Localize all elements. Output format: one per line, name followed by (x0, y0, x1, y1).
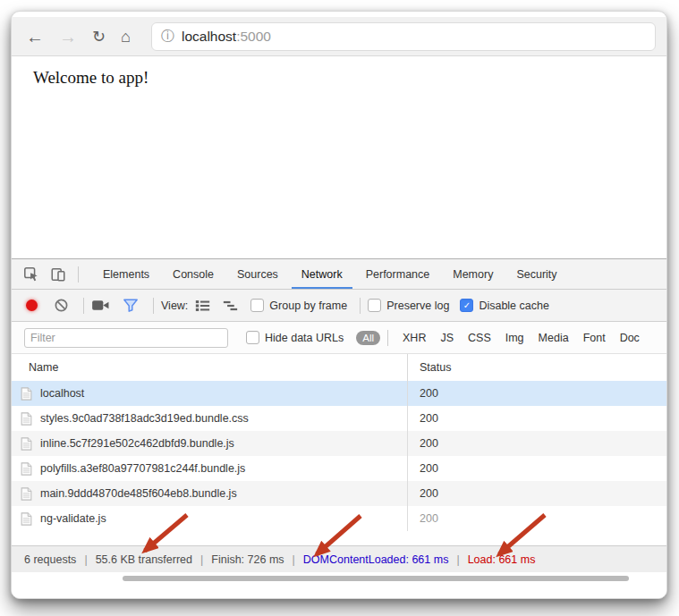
filter-type-img[interactable]: Img (505, 332, 524, 344)
table-row[interactable]: localhost200 (12, 381, 666, 406)
request-name-cell[interactable]: ng-validate.js (12, 506, 408, 531)
request-name: inline.5c7f291e502c462dbfd9.bundle.js (40, 437, 234, 450)
checkbox-unchecked-icon[interactable] (246, 331, 259, 344)
request-name-cell[interactable]: polyfills.a3ef80a97707981c244f.bundle.js (12, 456, 408, 481)
address-bar[interactable]: ⓘ localhost :5000 (151, 22, 656, 51)
address-host: localhost (182, 29, 236, 45)
hide-data-urls-checkbox[interactable]: Hide data URLs (246, 331, 344, 344)
resource-type-filters: XHRJSCSSImgMediaFontDoc (395, 332, 647, 344)
request-name: localhost (40, 387, 84, 400)
tab-performance[interactable]: Performance (354, 259, 442, 289)
device-toolbar-icon[interactable] (49, 266, 67, 283)
forward-icon[interactable]: → (59, 28, 77, 46)
separator: | (200, 553, 203, 566)
divider (78, 266, 79, 283)
table-row[interactable]: main.9ddd4870de485f604eb8.bundle.js200 (12, 481, 666, 506)
separator: | (293, 553, 295, 566)
welcome-text: Welcome to app! (33, 68, 666, 88)
request-name: styles.9c0ad738f18adc3d19ed.bundle.css (40, 412, 249, 425)
checkbox-unchecked-icon[interactable] (368, 299, 381, 312)
table-row[interactable]: inline.5c7f291e502c462dbfd9.bundle.js200 (12, 431, 666, 456)
request-name-cell[interactable]: main.9ddd4870de485f604eb8.bundle.js (12, 481, 408, 506)
request-status: 200 (408, 437, 438, 450)
tab-network[interactable]: Network (290, 259, 354, 289)
request-name-cell[interactable]: styles.9c0ad738f18adc3d19ed.bundle.css (12, 406, 408, 431)
filter-all-pill[interactable]: All (356, 331, 380, 345)
filter-type-xhr[interactable]: XHR (403, 332, 426, 344)
request-name: main.9ddd4870de485f604eb8.bundle.js (40, 487, 237, 500)
tab-console[interactable]: Console (161, 259, 225, 289)
statusbar-item: 55.6 KB transferred (96, 553, 192, 566)
request-status: 200 (408, 512, 438, 525)
statusbar-item: 6 requests (24, 553, 76, 566)
filter-type-css[interactable]: CSS (468, 332, 491, 344)
home-icon[interactable]: ⌂ (121, 29, 131, 45)
filter-type-doc[interactable]: Doc (620, 332, 640, 344)
preserve-log-checkbox[interactable]: Preserve log (368, 299, 449, 312)
statusbar-item: DOMContentLoaded: 661 ms (303, 553, 449, 566)
divider (153, 298, 154, 314)
separator: | (84, 553, 87, 566)
request-status: 200 (408, 487, 438, 500)
disable-cache-checkbox[interactable]: ✓ Disable cache (460, 299, 549, 312)
table-row[interactable]: polyfills.a3ef80a97707981c244f.bundle.js… (12, 456, 666, 481)
request-name: ng-validate.js (40, 512, 106, 525)
record-icon[interactable] (26, 300, 38, 311)
filter-funnel-icon[interactable] (123, 298, 139, 313)
filter-input[interactable] (24, 328, 228, 348)
divider (360, 298, 361, 314)
address-port: :5000 (236, 29, 271, 45)
document-icon (21, 462, 32, 476)
document-icon (21, 437, 32, 451)
tab-security[interactable]: Security (505, 259, 568, 289)
group-by-frame-checkbox[interactable]: Group by frame (250, 299, 347, 312)
tab-memory[interactable]: Memory (441, 259, 505, 289)
horizontal-scrollbar[interactable] (12, 575, 666, 582)
hide-data-urls-label: Hide data URLs (265, 332, 344, 344)
divider (83, 298, 84, 314)
filter-type-js[interactable]: JS (440, 332, 454, 344)
devtools-tabbar: ElementsConsoleSourcesNetworkPerformance… (12, 259, 666, 290)
table-row[interactable]: ng-validate.js200 (12, 506, 666, 531)
inspect-element-icon[interactable] (22, 266, 40, 283)
document-icon (21, 512, 32, 526)
request-name-cell[interactable]: localhost (12, 381, 408, 406)
document-icon (21, 487, 32, 501)
network-filter-row: Hide data URLs All XHRJSCSSImgMediaFontD… (12, 322, 666, 354)
tab-sources[interactable]: Sources (225, 259, 290, 289)
checkbox-unchecked-icon[interactable] (250, 299, 264, 312)
table-row[interactable]: styles.9c0ad738f18adc3d19ed.bundle.css20… (12, 406, 666, 431)
waterfall-view-icon[interactable] (223, 300, 238, 312)
scrollbar-thumb[interactable] (123, 576, 629, 581)
back-icon[interactable]: ← (26, 28, 44, 46)
network-toolbar: View: Group by frame Preserve log ✓ Disa… (12, 290, 666, 322)
request-name: polyfills.a3ef80a97707981c244f.bundle.js (40, 462, 245, 475)
document-icon (21, 387, 32, 401)
group-by-frame-label: Group by frame (269, 300, 347, 312)
request-rows: localhost200styles.9c0ad738f18adc3d19ed.… (12, 381, 666, 531)
devtools-panel: ElementsConsoleSourcesNetworkPerformance… (12, 258, 666, 598)
filter-type-font[interactable]: Font (583, 332, 606, 344)
tab-elements[interactable]: Elements (91, 259, 161, 289)
preserve-log-label: Preserve log (386, 300, 449, 312)
browser-toolbar: ← → ↻ ⌂ ⓘ localhost :5000 (12, 17, 666, 56)
page-info-icon[interactable]: ⓘ (161, 28, 174, 45)
filter-type-media[interactable]: Media (539, 332, 569, 344)
disable-cache-label: Disable cache (479, 300, 549, 312)
list-view-icon[interactable] (195, 300, 210, 312)
separator: | (456, 553, 459, 566)
statusbar-item: Load: 661 ms (468, 553, 536, 566)
request-name-cell[interactable]: inline.5c7f291e502c462dbfd9.bundle.js (12, 431, 408, 456)
requests-table-header: Name Status (12, 354, 666, 382)
divider (387, 330, 388, 346)
clear-icon[interactable] (54, 298, 69, 313)
network-status-bar: 6 requests|55.6 KB transferred|Finish: 7… (12, 545, 666, 572)
checkbox-checked-icon[interactable]: ✓ (460, 299, 473, 312)
request-status: 200 (408, 412, 438, 425)
column-header-name[interactable]: Name (12, 354, 408, 381)
column-header-status[interactable]: Status (408, 361, 451, 374)
capture-screenshots-icon[interactable] (91, 299, 110, 312)
app-window: ← → ↻ ⌂ ⓘ localhost :5000 Welcome to app… (11, 11, 667, 599)
statusbar-item: Finish: 726 ms (211, 553, 284, 566)
refresh-icon[interactable]: ↻ (92, 29, 106, 45)
